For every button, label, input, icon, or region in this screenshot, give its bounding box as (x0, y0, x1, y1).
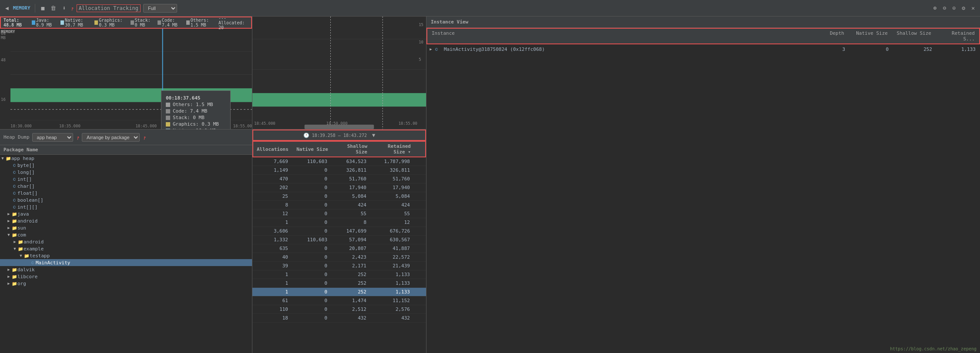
col-retained-size[interactable]: Retained Size ▾ (371, 143, 414, 155)
mem-total: Total: 48.8 MB (3, 18, 28, 27)
tree-header: Package Name (0, 145, 252, 155)
mini-chart-svg (252, 17, 426, 129)
col-allocations[interactable]: Allocations (253, 147, 292, 152)
dump-btn[interactable]: ⬇ (60, 4, 67, 12)
mem-graphics: Graphics: 0.3 MB (99, 18, 127, 27)
mem-allocated: --- Allocated: 20 (218, 17, 248, 30)
expand-icon[interactable]: ▶ (6, 212, 11, 216)
tree-row-com[interactable]: ▼ 📁 com (0, 231, 252, 238)
tree-row-byte[interactable]: © byte[] (0, 162, 252, 169)
instance-columns: Instance Depth Native Size Shallow Size … (426, 28, 980, 44)
class-icon: © (11, 176, 17, 182)
clock-icon: 🕐 (303, 133, 309, 138)
tree-label: int[] (17, 176, 32, 182)
alloc-table[interactable]: 7,669 110,603 634,523 1,787,998 1,149 0 … (252, 157, 426, 353)
tt-graphics: Graphics: 0.3 MB (173, 121, 219, 127)
zoom-in-btn[interactable]: ⊕ (932, 4, 939, 12)
alloc-row[interactable]: 3,606 0 147,699 676,726 (252, 227, 426, 236)
alloc-row[interactable]: 1 0 252 1,133 (252, 279, 426, 288)
class-icon: © (433, 46, 440, 52)
instance-row[interactable]: ▶ © MainActivity@318750824 (0x12ffc068) … (426, 44, 980, 54)
tree-label: app heap (11, 156, 34, 161)
alloc-row[interactable]: 25 0 5,084 5,084 (252, 192, 426, 201)
tree-row-long[interactable]: © long[] (0, 169, 252, 176)
alloc-tracking-label: Allocation Tracking (77, 4, 141, 12)
tree-row-sun[interactable]: ▶ 📁 sun (0, 224, 252, 231)
class-icon: © (30, 260, 36, 266)
alloc-row[interactable]: 7,669 110,603 634,523 1,787,998 (252, 157, 426, 166)
folder-icon: 📁 (11, 266, 17, 273)
alloc-row[interactable]: 1,332 110,603 57,094 630,567 (252, 236, 426, 244)
package-tree[interactable]: ▼ 📁 app heap © byte[] © long[] © int[] (0, 155, 252, 353)
tree-label: long[] (17, 170, 35, 175)
tree-row-java[interactable]: ▶ 📁 java (0, 210, 252, 217)
tree-row-example[interactable]: ▼ 📁 example (0, 245, 252, 252)
arrange-select[interactable]: Arrange by package Arrange by class (82, 133, 140, 142)
expand-icon[interactable]: ▶ (6, 226, 11, 230)
tree-label: boolean[] (17, 197, 44, 203)
tree-row-char[interactable]: © char[] (0, 183, 252, 190)
tree-row-dalvik[interactable]: ▶ 📁 dalvik (0, 266, 252, 273)
stop-btn[interactable]: ■ (40, 4, 47, 12)
x-label-2: 18:35.000 (59, 124, 81, 128)
tree-row-float[interactable]: © float[] (0, 190, 252, 196)
tree-label: int[][] (17, 204, 37, 210)
gc-btn[interactable]: 🗑 (49, 4, 58, 12)
expand-icon[interactable]: ▶ (6, 274, 11, 279)
back-btn[interactable]: ◀ (3, 4, 10, 12)
alloc-row-selected[interactable]: 1 0 252 1,133 (252, 288, 426, 296)
alloc-tracking-dropdown[interactable]: Full Sampled None (143, 4, 177, 13)
expand-icon[interactable]: ▶ (6, 281, 11, 286)
alloc-row[interactable]: 635 0 20,807 41,887 (252, 244, 426, 253)
left-panel: Total: 48.8 MB Java: 8.9 MB Native: 30.7… (0, 17, 252, 353)
tree-row-org[interactable]: ▶ 📁 org (0, 280, 252, 287)
alloc-row[interactable]: 110 0 2,512 2,576 (252, 305, 426, 314)
alloc-row[interactable]: 1 0 8 12 (252, 218, 426, 227)
zoom-out-btn[interactable]: ⊖ (941, 4, 948, 12)
tree-row-boolean[interactable]: © boolean[] (0, 196, 252, 203)
col-native-size[interactable]: Native Size (292, 147, 332, 152)
alloc-row[interactable]: 470 0 51,760 51,760 (252, 175, 426, 183)
tree-row-testapp[interactable]: ▼ 📁 testapp (0, 252, 252, 259)
tree-label: libcore (17, 274, 37, 280)
tree-row-android[interactable]: ▶ 📁 android (0, 217, 252, 224)
tree-row-com-android[interactable]: ▶ 📁 android (0, 238, 252, 245)
alloc-row[interactable]: 39 0 2,171 21,439 (252, 262, 426, 270)
alloc-row[interactable]: 1,149 0 326,811 326,811 (252, 166, 426, 175)
tree-row-libcore[interactable]: ▶ 📁 libcore (0, 273, 252, 280)
tt-others: Others: 1.5 MB (173, 102, 213, 107)
alloc-row[interactable]: 1 0 252 1,133 (252, 270, 426, 279)
middle-panel: 15 10 5 18:45.000 (252, 17, 426, 353)
tree-row-int[interactable]: © int[] (0, 176, 252, 183)
tab-memory[interactable]: MEMORY (13, 5, 30, 11)
expand-icon[interactable]: ▶ (6, 219, 11, 223)
fit-btn[interactable]: ⊙ (951, 4, 958, 12)
heap-type-select[interactable]: app heap image heap zygote heap (32, 133, 73, 142)
alloc-row[interactable]: 61 0 1,474 11,152 (252, 296, 426, 305)
col-shallow-size[interactable]: Shallow Size (332, 143, 371, 155)
close-btn[interactable]: ✕ (970, 4, 977, 12)
filter-icon[interactable]: ▼ (372, 132, 375, 138)
expand-icon[interactable]: ▶ (12, 240, 17, 244)
expand-icon[interactable]: ▶ (6, 267, 11, 272)
expand-icon[interactable]: ▶ (428, 47, 433, 51)
tree-row-mainactivity[interactable]: © MainActivity (0, 259, 252, 266)
alloc-row[interactable]: 8 0 424 424 (252, 201, 426, 210)
expand-icon[interactable]: ▼ (18, 253, 23, 258)
alloc-row[interactable]: 12 0 55 55 (252, 210, 426, 218)
tt-stack: Stack: 0 MB (173, 115, 205, 120)
tree-row-intarr[interactable]: © int[][] (0, 203, 252, 210)
tree-label: java (17, 211, 29, 217)
tree-row-app-heap[interactable]: ▼ 📁 app heap (0, 155, 252, 162)
alloc-row[interactable]: 202 0 17,940 17,940 (252, 183, 426, 192)
expand-icon[interactable]: ▼ (12, 246, 17, 251)
heap-controls: Heap Dump app heap image heap zygote hea… (0, 130, 252, 145)
settings-btn[interactable]: ⚙ (960, 4, 967, 12)
right-x-1: 18:45.000 (254, 121, 275, 126)
alloc-row[interactable]: 40 0 2,423 22,572 (252, 253, 426, 262)
expand-icon[interactable]: ▼ (6, 233, 11, 237)
alloc-row[interactable]: 18 0 432 432 (252, 314, 426, 323)
folder-icon: 📁 (5, 155, 11, 161)
expand-icon[interactable]: ▼ (0, 156, 5, 160)
x-label-1: 18:30.000 (10, 124, 32, 128)
